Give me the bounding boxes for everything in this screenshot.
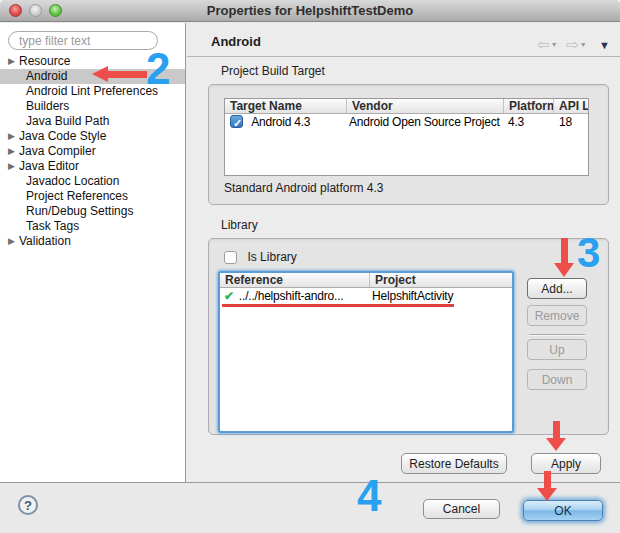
library-groupbox: Is Library Reference Project ✔../../help…: [208, 238, 609, 435]
build-target-groupbox: Target Name Vendor Platform API Le Andro…: [208, 84, 609, 205]
sidebar-item-java-code-style[interactable]: ▶Java Code Style: [0, 129, 185, 144]
back-arrow-icon[interactable]: ⇦: [537, 38, 550, 52]
check-icon: ✔: [224, 289, 234, 303]
view-menu-icon[interactable]: ▼: [599, 39, 610, 51]
column-project[interactable]: Project: [370, 273, 512, 287]
is-library-label: Is Library: [247, 250, 296, 264]
reference-cell: ../../helpshift-andro...: [239, 289, 344, 303]
bottom-bar: ? Cancel OK: [0, 482, 620, 533]
annotation-arrow-ok: [537, 471, 557, 501]
column-vendor[interactable]: Vendor: [347, 99, 504, 113]
sidebar-item-javadoc-location[interactable]: Javadoc Location: [0, 174, 185, 189]
column-api-level[interactable]: API Le: [554, 99, 588, 113]
back-history-caret-icon[interactable]: ▼: [551, 41, 558, 48]
sidebar-item-task-tags[interactable]: Task Tags: [0, 219, 185, 234]
vendor-cell: Android Open Source Project: [347, 114, 504, 130]
disclosure-triangle-icon[interactable]: ▶: [8, 234, 19, 249]
window-title: Properties for HelpshiftTestDemo: [0, 3, 620, 18]
build-target-table-header: Target Name Vendor Platform API Le: [225, 99, 588, 114]
up-button[interactable]: Up: [527, 339, 587, 360]
disclosure-triangle-icon[interactable]: ▶: [8, 159, 19, 174]
down-button[interactable]: Down: [527, 369, 587, 390]
remove-button[interactable]: Remove: [527, 305, 587, 326]
table-row[interactable]: ✔../../helpshift-andro... HelpshiftActiv…: [220, 288, 512, 304]
column-target-name[interactable]: Target Name: [225, 99, 347, 113]
build-target-group-label: Project Build Target: [221, 64, 325, 78]
forward-arrow-icon[interactable]: ⇨: [566, 38, 579, 52]
sidebar-item-validation[interactable]: ▶Validation: [0, 234, 185, 249]
annotation-arrow-step2: [92, 66, 148, 82]
target-checkbox[interactable]: [230, 115, 243, 128]
sidebar-item-project-references[interactable]: Project References: [0, 189, 185, 204]
properties-window: Properties for HelpshiftTestDemo ▶Resour…: [0, 0, 620, 533]
annotation-arrow-apply: [546, 421, 566, 451]
disclosure-triangle-icon[interactable]: ▶: [8, 129, 19, 144]
sidebar-item-java-compiler[interactable]: ▶Java Compiler: [0, 144, 185, 159]
annotation-underline: [222, 304, 454, 307]
sidebar-item-java-build-path[interactable]: Java Build Path: [0, 114, 185, 129]
page-title: Android: [211, 34, 261, 49]
library-table-header: Reference Project: [220, 273, 512, 288]
table-row[interactable]: Android 4.3 Android Open Source Project …: [225, 114, 588, 130]
target-name-cell: Android 4.3: [251, 115, 310, 129]
annotation-step4: 4: [357, 474, 381, 518]
ok-button[interactable]: OK: [523, 500, 603, 521]
header-nav: ⇦▼ ⇨▼ ▼: [537, 35, 610, 51]
restore-defaults-button[interactable]: Restore Defaults: [401, 453, 507, 474]
add-button[interactable]: Add...: [527, 278, 587, 299]
filter-input[interactable]: [8, 31, 158, 50]
annotation-step3: 3: [577, 232, 600, 274]
column-platform[interactable]: Platform: [504, 99, 554, 113]
button-separator: [529, 334, 585, 335]
disclosure-triangle-icon[interactable]: ▶: [8, 54, 19, 69]
is-library-checkbox[interactable]: [224, 251, 237, 264]
annotation-arrow-step3: [554, 238, 574, 277]
library-table[interactable]: Reference Project ✔../../helpshift-andro…: [218, 271, 514, 433]
is-library-row: Is Library: [224, 248, 297, 266]
library-group-label: Library: [221, 218, 258, 232]
sidebar-item-run-debug-settings[interactable]: Run/Debug Settings: [0, 204, 185, 219]
platform-cell: 4.3: [504, 114, 554, 130]
sidebar-item-builders[interactable]: Builders: [0, 99, 185, 114]
help-button[interactable]: ?: [18, 495, 38, 515]
build-target-status: Standard Android platform 4.3: [224, 181, 383, 195]
project-cell: HelpshiftActivity: [370, 288, 512, 304]
build-target-table[interactable]: Target Name Vendor Platform API Le Andro…: [224, 98, 589, 176]
sidebar-item-java-editor[interactable]: ▶Java Editor: [0, 159, 185, 174]
cancel-button[interactable]: Cancel: [423, 499, 500, 519]
disclosure-triangle-icon[interactable]: ▶: [8, 144, 19, 159]
forward-history-caret-icon[interactable]: ▼: [580, 41, 587, 48]
annotation-step2: 2: [146, 47, 170, 91]
title-bar: Properties for HelpshiftTestDemo: [0, 0, 620, 22]
column-reference[interactable]: Reference: [220, 273, 370, 287]
api-level-cell: 18: [554, 114, 588, 130]
header-separator: [187, 56, 620, 57]
